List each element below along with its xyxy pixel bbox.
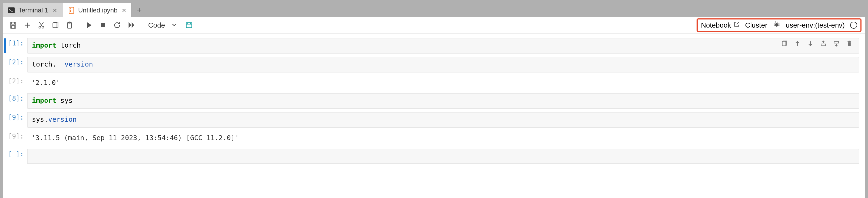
code-input[interactable]: torch.__version__ bbox=[27, 57, 859, 73]
cell-prompt: [2]: bbox=[5, 57, 27, 73]
app-window: Terminal 1 × Untitled.ipynb × + Code bbox=[3, 3, 865, 198]
svg-rect-15 bbox=[782, 41, 785, 46]
tab-title: Untitled.ipynb bbox=[78, 6, 117, 14]
insert-below-button[interactable] bbox=[830, 38, 842, 49]
output-text[interactable]: '2.1.0' bbox=[27, 76, 859, 90]
svg-rect-5 bbox=[11, 22, 14, 24]
svg-rect-6 bbox=[11, 26, 14, 28]
svg-rect-9 bbox=[53, 23, 57, 28]
stop-button[interactable] bbox=[96, 19, 109, 32]
bug-icon[interactable] bbox=[773, 21, 780, 30]
delete-button[interactable] bbox=[843, 38, 855, 49]
up-button[interactable] bbox=[791, 38, 803, 49]
cell-prompt: [9]: bbox=[5, 131, 27, 145]
notebook-toolbar: Code Notebook Cluster user-env:(test-env… bbox=[3, 17, 865, 33]
output-text[interactable]: '3.11.5 (main, Sep 11 2023, 13:54:46) [G… bbox=[27, 131, 859, 145]
svg-point-4 bbox=[70, 11, 71, 12]
cluster-link[interactable]: Cluster bbox=[745, 21, 767, 29]
add-tab-button[interactable]: + bbox=[132, 3, 146, 17]
run-button[interactable] bbox=[82, 19, 95, 32]
svg-rect-17 bbox=[834, 41, 838, 43]
cell-type-label: Code bbox=[148, 21, 165, 29]
close-icon[interactable]: × bbox=[121, 6, 127, 14]
output-cell[interactable]: [2]:'2.1.0' bbox=[5, 76, 859, 90]
external-link-icon bbox=[733, 21, 740, 29]
cell-prompt: [2]: bbox=[5, 76, 27, 90]
close-icon[interactable]: × bbox=[52, 6, 58, 14]
run-all-button[interactable] bbox=[124, 19, 137, 32]
notebook-icon bbox=[67, 6, 75, 14]
svg-point-3 bbox=[70, 10, 71, 11]
code-cell[interactable]: [ ]: bbox=[5, 148, 859, 164]
svg-rect-10 bbox=[67, 23, 71, 28]
insert-above-button[interactable] bbox=[817, 38, 829, 49]
terminal-icon bbox=[7, 6, 15, 14]
svg-rect-16 bbox=[821, 44, 825, 46]
kernel-name[interactable]: user-env:(test-env) bbox=[786, 21, 845, 29]
svg-point-8 bbox=[42, 26, 44, 28]
save-button[interactable] bbox=[6, 19, 20, 32]
code-input[interactable]: sys.version bbox=[27, 112, 859, 128]
tab-title: Terminal 1 bbox=[19, 6, 49, 14]
cell-prompt: [ ]: bbox=[5, 148, 27, 164]
tab-terminal[interactable]: Terminal 1 × bbox=[3, 3, 63, 17]
render-button[interactable] bbox=[182, 19, 195, 32]
svg-rect-0 bbox=[8, 7, 14, 13]
chevron-down-icon bbox=[172, 21, 177, 29]
cell-prompt: [1]: bbox=[5, 38, 27, 54]
tab-bar: Terminal 1 × Untitled.ipynb × + bbox=[3, 3, 865, 17]
duplicate-button[interactable] bbox=[778, 38, 790, 49]
svg-point-7 bbox=[39, 26, 41, 28]
notebook-link[interactable]: Notebook bbox=[701, 21, 740, 29]
cell-prompt: [8]: bbox=[5, 93, 27, 109]
code-input[interactable]: import torch bbox=[27, 38, 859, 54]
cell-prompt: [9]: bbox=[5, 112, 27, 128]
down-button[interactable] bbox=[804, 38, 816, 49]
code-input[interactable]: import sys bbox=[27, 93, 859, 109]
kernel-status-icon[interactable] bbox=[850, 22, 857, 29]
output-cell[interactable]: [9]:'3.11.5 (main, Sep 11 2023, 13:54:46… bbox=[5, 131, 859, 145]
notebook-body[interactable]: [1]:import torch[2]:torch.__version__[2]… bbox=[3, 33, 865, 198]
code-cell[interactable]: [2]:torch.__version__ bbox=[5, 57, 859, 73]
add-cell-button[interactable] bbox=[21, 19, 34, 32]
restart-button[interactable] bbox=[110, 19, 123, 32]
svg-point-14 bbox=[775, 23, 778, 27]
svg-rect-13 bbox=[186, 23, 192, 28]
code-input[interactable] bbox=[27, 148, 859, 164]
kernel-info-highlight: Notebook Cluster user-env:(test-env) bbox=[696, 19, 862, 32]
tab-notebook[interactable]: Untitled.ipynb × bbox=[63, 3, 132, 17]
svg-rect-1 bbox=[69, 7, 73, 13]
cell-type-select[interactable]: Code bbox=[144, 19, 181, 31]
code-cell[interactable]: [9]:sys.version bbox=[5, 112, 859, 128]
code-cell[interactable]: [1]:import torch bbox=[5, 38, 859, 54]
code-cell[interactable]: [8]:import sys bbox=[5, 93, 859, 109]
paste-button[interactable] bbox=[63, 19, 76, 32]
cut-button[interactable] bbox=[35, 19, 48, 32]
cell-toolbar bbox=[778, 38, 855, 49]
copy-button[interactable] bbox=[49, 19, 62, 32]
svg-point-2 bbox=[70, 8, 71, 9]
svg-rect-12 bbox=[101, 23, 105, 27]
